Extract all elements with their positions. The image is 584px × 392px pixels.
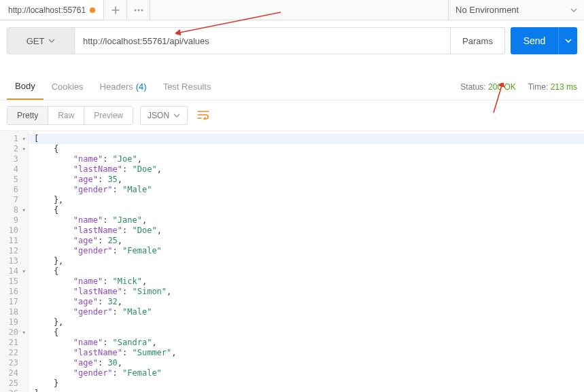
svg-point-2 (141, 9, 143, 11)
format-label: JSON (148, 111, 169, 120)
view-mode-segment: Pretty Raw Preview (7, 106, 133, 125)
tab-body-label: Body (15, 81, 35, 91)
tab-headers-label: Headers (100, 82, 133, 92)
method-label: GET (27, 36, 45, 46)
tab-menu-button[interactable] (127, 0, 150, 20)
code-content: [ { "name": "Joe", "lastName": "Doe", "a… (29, 131, 584, 392)
tab-tests-label: Test Results (163, 82, 211, 92)
send-dropdown[interactable] (558, 27, 577, 54)
response-meta: Status: 200 OK Time: 213 ms (460, 82, 577, 92)
method-selector[interactable]: GET (7, 27, 75, 54)
tab-headers[interactable]: Headers (4) (92, 73, 155, 100)
time-value: 213 ms (551, 82, 577, 92)
tab-cookies[interactable]: Cookies (44, 73, 92, 100)
format-selector[interactable]: JSON (140, 106, 188, 125)
chevron-down-icon (48, 39, 55, 43)
tab-cookies-label: Cookies (52, 82, 84, 92)
wrap-icon (197, 110, 209, 120)
svg-point-0 (134, 9, 136, 11)
view-raw[interactable]: Raw (48, 107, 84, 124)
status-value: 200 OK (488, 82, 516, 92)
request-bar: GET Params Send (0, 20, 584, 54)
view-toolbar: Pretty Raw Preview JSON (0, 101, 584, 131)
time-label: Time: (528, 82, 549, 92)
status-display: Status: 200 OK (460, 82, 515, 92)
response-tabs: Body Cookies Headers (4) Test Results St… (0, 73, 584, 101)
new-tab-button[interactable] (104, 0, 127, 20)
params-label: Params (462, 36, 493, 46)
svg-point-1 (137, 9, 139, 11)
wrap-lines-button[interactable] (194, 107, 212, 124)
chevron-down-icon (565, 39, 572, 43)
environment-label: No Environment (456, 5, 519, 15)
tab-tests[interactable]: Test Results (155, 73, 220, 100)
request-tab[interactable]: http://localhost:55761 (0, 0, 104, 20)
chevron-down-icon (173, 113, 180, 118)
time-display: Time: 213 ms (528, 82, 577, 92)
view-preview[interactable]: Preview (84, 107, 133, 124)
status-label: Status: (460, 82, 485, 92)
tab-title: http://localhost:55761 (8, 5, 86, 15)
unsaved-indicator-icon (90, 7, 95, 13)
send-button[interactable]: Send (511, 27, 558, 54)
chevron-down-icon (570, 8, 577, 12)
view-pretty[interactable]: Pretty (7, 107, 48, 124)
environment-selector[interactable]: No Environment (448, 0, 584, 20)
line-gutter: 1234567891011121314151617181920212223242… (0, 131, 29, 392)
tab-bar: http://localhost:55761 No Environment (0, 0, 584, 20)
url-input[interactable] (75, 27, 451, 54)
params-button[interactable]: Params (451, 27, 505, 54)
tab-body[interactable]: Body (7, 73, 44, 100)
headers-count: (4) (136, 82, 147, 92)
response-body[interactable]: 1234567891011121314151617181920212223242… (0, 131, 584, 392)
